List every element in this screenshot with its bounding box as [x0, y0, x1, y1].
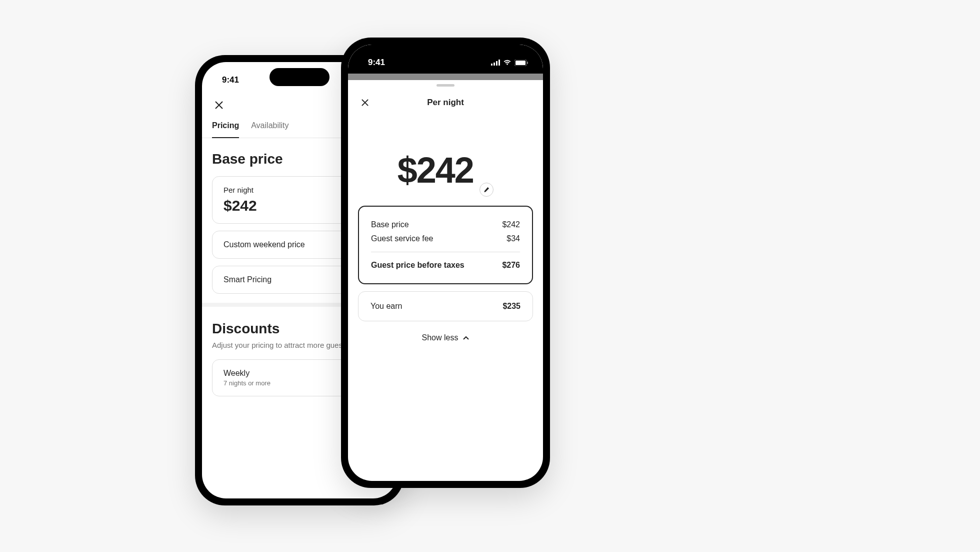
- cellular-signal-icon: [491, 60, 500, 66]
- breakdown-fee-label: Guest service fee: [371, 234, 434, 243]
- battery-icon: [514, 60, 528, 66]
- breakdown-divider: [371, 252, 520, 252]
- chevron-up-icon: [463, 333, 469, 342]
- close-button[interactable]: [212, 98, 226, 112]
- breakdown-fee-value: $34: [506, 234, 520, 243]
- status-time: 9:41: [222, 75, 239, 85]
- status-time: 9:41: [368, 58, 385, 68]
- breakdown-base-row: Base price $242: [371, 218, 520, 232]
- close-button[interactable]: [358, 96, 372, 110]
- svg-rect-5: [494, 63, 495, 66]
- you-earn-label: You earn: [370, 302, 402, 311]
- status-bar: 9:41: [348, 45, 543, 74]
- sheet-handle-background: [348, 74, 543, 80]
- breakdown-total-row: Guest price before taxes $276: [371, 258, 520, 272]
- svg-rect-10: [527, 62, 528, 64]
- svg-rect-6: [496, 61, 498, 66]
- dynamic-island: [270, 68, 330, 86]
- pencil-icon: [484, 187, 490, 193]
- svg-rect-7: [498, 60, 500, 66]
- breakdown-fee-row: Guest service fee $34: [371, 232, 520, 246]
- price-breakdown-card: Base price $242 Guest service fee $34 Gu…: [358, 206, 533, 284]
- breakdown-total-label: Guest price before taxes: [371, 261, 464, 270]
- tab-pricing[interactable]: Pricing: [212, 121, 239, 138]
- phone-per-night-screen: 9:41: [341, 38, 550, 488]
- wifi-icon: [503, 60, 512, 66]
- breakdown-base-label: Base price: [371, 220, 409, 229]
- breakdown-base-value: $242: [502, 220, 520, 229]
- svg-rect-4: [491, 64, 492, 66]
- tab-availability[interactable]: Availability: [251, 121, 288, 138]
- you-earn-card: You earn $235: [358, 291, 533, 321]
- sheet-title: Per night: [427, 98, 464, 108]
- big-price-section: $242: [348, 115, 543, 206]
- you-earn-value: $235: [502, 302, 520, 311]
- breakdown-total-value: $276: [502, 261, 520, 270]
- big-price: $242: [398, 150, 474, 191]
- show-less-label: Show less: [422, 333, 458, 342]
- svg-rect-9: [516, 61, 526, 65]
- edit-price-button[interactable]: [480, 183, 494, 197]
- show-less-toggle[interactable]: Show less: [348, 333, 543, 342]
- screen-header: Per night: [348, 87, 543, 115]
